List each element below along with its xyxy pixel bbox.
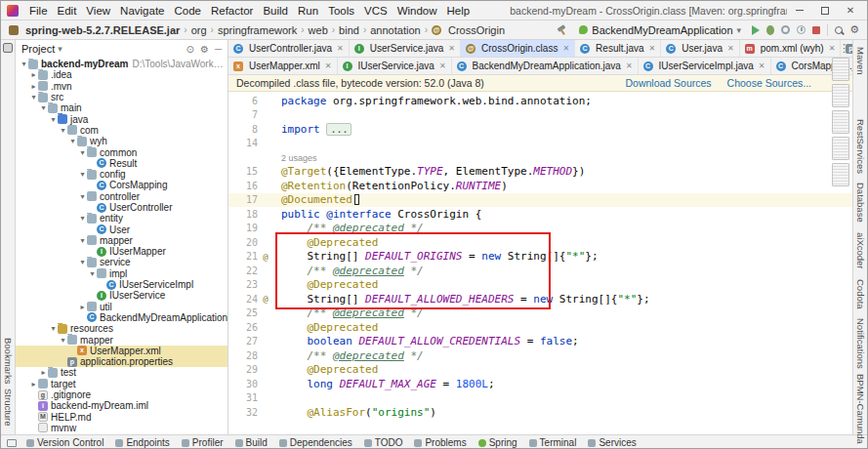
editor-tab[interactable]: mpom.xml (wyh)✕ xyxy=(740,40,842,57)
tree-item[interactable]: ▾com xyxy=(16,125,227,136)
profiler-button[interactable] xyxy=(797,25,806,34)
tree-item[interactable]: ▾mapper xyxy=(16,235,227,246)
tool-button-maven[interactable]: Maven xyxy=(855,47,866,75)
tree-chevron-icon[interactable]: ▾ xyxy=(49,324,58,333)
tree-item[interactable]: ▾controller xyxy=(16,191,227,202)
status-item-problems[interactable]: Problems xyxy=(414,437,466,448)
tree-chevron-icon[interactable]: ▾ xyxy=(88,269,97,278)
tree-item[interactable]: CUserController xyxy=(16,202,227,213)
tab-close-icon[interactable]: ✕ xyxy=(649,44,656,53)
menu-file[interactable]: File xyxy=(24,4,53,18)
tree-item[interactable]: ▾java xyxy=(16,113,227,124)
status-item-spring[interactable]: Spring xyxy=(478,437,517,448)
tool-button-notifications[interactable]: Notifications xyxy=(855,318,866,369)
menu-refactor[interactable]: Refactor xyxy=(206,4,258,18)
status-item-profiler[interactable]: Profiler xyxy=(182,437,224,448)
chevron-down-icon[interactable]: ▾ xyxy=(58,44,62,54)
build-hammer-icon[interactable] xyxy=(557,24,568,36)
tab-close-icon[interactable]: ✕ xyxy=(325,61,332,70)
stop-button[interactable] xyxy=(812,26,820,34)
editor-tab[interactable]: CBackendMyDreamApplication.java✕ xyxy=(452,58,639,74)
tab-close-icon[interactable]: ✕ xyxy=(562,44,569,53)
tool-button-restservices[interactable]: RestServices xyxy=(855,119,866,174)
tree-chevron-icon[interactable]: ▾ xyxy=(78,236,87,245)
tree-item[interactable]: IIUserService xyxy=(16,290,227,301)
tree-item[interactable]: ▾main xyxy=(16,102,227,113)
tree-chevron-icon[interactable]: ▾ xyxy=(20,60,28,68)
editor-tab[interactable]: @CrossOrigin.class✕ xyxy=(461,40,575,57)
tree-chevron-icon[interactable]: ▸ xyxy=(29,70,38,79)
breadcrumb-item[interactable]: bind xyxy=(339,24,359,36)
settings-gear-icon[interactable]: ⚙ xyxy=(849,24,859,35)
breadcrumb-item[interactable]: annotation xyxy=(370,24,420,36)
coverage-button[interactable] xyxy=(781,25,790,34)
minimize-icon[interactable] xyxy=(787,2,812,20)
menu-run[interactable]: Run xyxy=(293,4,323,18)
menu-vcs[interactable]: VCS xyxy=(359,4,393,18)
tree-item[interactable]: papplication.properties xyxy=(16,356,227,367)
tree-item[interactable]: CIUserServiceImpl xyxy=(16,279,227,290)
breadcrumb-item[interactable]: spring-web-5.2.7.RELEASE.jar xyxy=(25,24,180,36)
tree-chevron-icon[interactable]: ▾ xyxy=(29,93,38,102)
usages-inlay-hint[interactable]: 2 usages xyxy=(281,153,317,163)
status-item-services[interactable]: Services xyxy=(588,437,636,448)
tree-item[interactable]: ▾entity xyxy=(16,213,227,224)
tree-item[interactable]: ▸.mvn xyxy=(16,81,227,92)
tree-item[interactable]: mvnw xyxy=(16,423,227,433)
tab-close-icon[interactable]: ✕ xyxy=(448,44,455,53)
tree-chevron-icon[interactable]: ▾ xyxy=(78,170,87,179)
status-item-todo[interactable]: TODO xyxy=(364,437,403,448)
tree-item[interactable]: ▾impl xyxy=(16,268,227,279)
tree-item[interactable]: CBackendMyDreamApplication xyxy=(16,312,227,323)
tree-item[interactable]: ibackend-myDream.iml xyxy=(16,400,227,411)
code-area[interactable]: 6package org.springframework.web.bind.an… xyxy=(228,92,852,434)
maximize-icon[interactable] xyxy=(812,2,838,20)
menu-navigate[interactable]: Navigate xyxy=(115,4,169,18)
menu-help[interactable]: Help xyxy=(442,4,475,18)
tool-button-aixcoder[interactable]: aiXcoder xyxy=(855,232,866,269)
tree-item[interactable]: ▾mapper xyxy=(16,334,227,345)
tree-chevron-icon[interactable]: ▾ xyxy=(78,258,87,266)
tool-button-database[interactable]: Database xyxy=(855,183,866,223)
status-item-terminal[interactable]: Terminal xyxy=(529,437,577,448)
menu-tools[interactable]: Tools xyxy=(323,4,359,18)
tree-chevron-icon[interactable]: ▾ xyxy=(59,126,67,135)
tree-item[interactable]: IIUserMapper xyxy=(16,246,227,257)
tree-item[interactable]: ▾config xyxy=(16,169,227,180)
status-item-endpoints[interactable]: Endpoints xyxy=(115,437,169,448)
tree-chevron-icon[interactable]: ▾ xyxy=(78,192,87,201)
tree-item[interactable]: ▸util xyxy=(16,302,227,312)
tree-item[interactable]: CResult xyxy=(16,158,227,169)
editor-tab[interactable]: CUser.java✕ xyxy=(661,40,739,57)
breadcrumb-item[interactable]: springframework xyxy=(218,24,297,36)
tree-chevron-icon[interactable]: ▸ xyxy=(39,368,48,377)
debug-button[interactable] xyxy=(766,25,774,35)
editor-tab[interactable]: CResult.java✕ xyxy=(575,40,661,57)
tree-item[interactable]: ▸.idea xyxy=(16,69,227,80)
tree-chevron-icon[interactable]: ▾ xyxy=(49,115,58,124)
menu-window[interactable]: Window xyxy=(393,4,442,18)
project-tool-icon[interactable] xyxy=(3,43,13,53)
tool-button-bookmarks[interactable]: Bookmarks xyxy=(3,338,14,385)
tab-close-icon[interactable]: ✕ xyxy=(337,44,344,53)
tree-chevron-icon[interactable]: ▸ xyxy=(78,303,87,311)
editor-tab[interactable]: CUserController.java✕ xyxy=(228,40,350,57)
tree-item[interactable]: ▾common xyxy=(16,146,227,157)
breadcrumb-item[interactable]: org xyxy=(191,24,207,36)
menu-view[interactable]: View xyxy=(81,4,115,18)
tree-item[interactable]: ▾backend-myDreamD:\Tools\JavaWorkSpace\b… xyxy=(16,59,227,69)
search-icon[interactable] xyxy=(835,26,843,34)
tool-button-bpmn-camunda[interactable]: BPMN-Camunda xyxy=(855,374,866,444)
tree-item[interactable]: ▾resources xyxy=(16,323,227,334)
status-item-version-control[interactable]: Version Control xyxy=(26,437,103,448)
tree-chevron-icon[interactable]: ▾ xyxy=(68,137,77,145)
minimap-thumbnail[interactable] xyxy=(832,163,849,186)
toolwindow-toggle-icon[interactable] xyxy=(7,439,17,447)
breadcrumb-item[interactable]: CrossOrigin xyxy=(448,24,505,36)
menu-build[interactable]: Build xyxy=(258,4,293,18)
tree-item[interactable]: CUser xyxy=(16,224,227,234)
settings-gear-icon[interactable]: ⚙ xyxy=(200,44,209,55)
editor-tab[interactable]: IUserService.java✕ xyxy=(350,40,461,57)
menu-code[interactable]: Code xyxy=(169,4,206,18)
run-configuration-select[interactable]: BackendMyDreamApplication ▾ xyxy=(575,24,745,36)
